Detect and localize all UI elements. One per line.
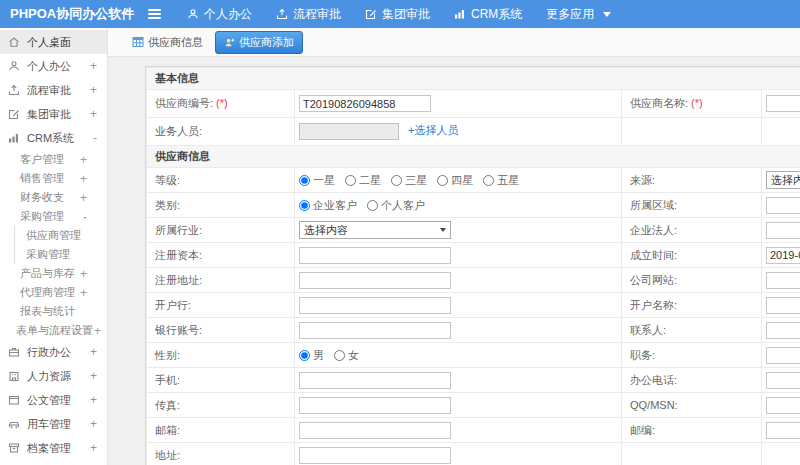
office-phone-input[interactable] [766, 372, 800, 389]
sidebar-item-workflow-approval[interactable]: 流程审批 + [0, 78, 107, 102]
supplier-name-input[interactable] [766, 95, 800, 112]
expander[interactable]: + [90, 441, 97, 455]
tab-supplier-add[interactable]: 供应商添加 [215, 31, 303, 54]
radio-input[interactable] [437, 175, 448, 186]
email-input[interactable] [299, 422, 451, 439]
expander[interactable]: + [94, 324, 101, 338]
tab-bar: 供应商信息 供应商添加 [108, 28, 800, 57]
sidebar-item-group-approval[interactable]: 集团审批 + [0, 102, 107, 126]
expander[interactable]: + [90, 369, 97, 383]
level-option[interactable]: 一星 [299, 173, 335, 188]
radio-input[interactable] [391, 175, 402, 186]
nav-workflow-approval[interactable]: 流程审批 [276, 6, 341, 23]
reg-address-input[interactable] [299, 272, 451, 289]
position-input[interactable] [766, 347, 800, 364]
category-option[interactable]: 个人客户 [367, 198, 425, 213]
row-sales-person: 业务人员: +选择人员 [147, 118, 800, 146]
sidebar-item-customer-mgmt[interactable]: 客户管理 + [0, 150, 107, 169]
radio-input[interactable] [299, 200, 310, 211]
expander[interactable]: + [80, 153, 87, 167]
account-name-input[interactable] [766, 297, 800, 314]
section-basic-info: 基本信息 [147, 68, 800, 90]
zip-input[interactable] [766, 422, 800, 439]
radio-input[interactable] [345, 175, 356, 186]
expander[interactable]: + [80, 286, 87, 300]
level-option[interactable]: 三星 [391, 173, 427, 188]
choose-person-link[interactable]: +选择人员 [408, 124, 458, 136]
sidebar-item-reports[interactable]: 报表与统计 [0, 302, 107, 321]
sidebar-item-form-flow-settings[interactable]: 表单与流程设置 + [0, 321, 107, 340]
nav-crm-system[interactable]: CRM系统 [454, 6, 522, 23]
category-option[interactable]: 企业客户 [299, 198, 357, 213]
fax-input[interactable] [299, 397, 451, 414]
sidebar-item-finance[interactable]: 财务收支 + [0, 188, 107, 207]
level-option[interactable]: 五星 [483, 173, 519, 188]
founded-date-input[interactable] [766, 247, 800, 264]
level-option[interactable]: 二星 [345, 173, 381, 188]
nav-group-approval[interactable]: 集团审批 [365, 6, 430, 23]
address-input[interactable] [299, 447, 451, 464]
industry-select[interactable]: 选择内容 [299, 221, 451, 239]
nav-label: CRM系统 [471, 6, 522, 23]
sidebar-item-purchasing[interactable]: 采购管理 [14, 245, 107, 264]
website-input[interactable] [766, 272, 800, 289]
gender-option[interactable]: 女 [334, 348, 359, 363]
home-icon [8, 36, 20, 48]
radio-input[interactable] [367, 200, 378, 211]
nav-personal-office[interactable]: 个人办公 [187, 6, 252, 23]
radio-input[interactable] [334, 350, 345, 361]
expander[interactable]: + [90, 83, 97, 97]
field-label: 性别: [155, 349, 180, 361]
radio-input[interactable] [299, 175, 310, 186]
sidebar-item-vehicle-mgmt[interactable]: 用车管理 + [0, 412, 107, 436]
tab-supplier-info[interactable]: 供应商信息 [132, 35, 203, 50]
radio-input[interactable] [483, 175, 494, 186]
field-label: 办公电话: [630, 374, 677, 386]
hamburger-icon[interactable] [146, 5, 163, 23]
source-select[interactable]: 选择内容 [766, 171, 800, 189]
nav-more-apps[interactable]: 更多应用 [546, 6, 611, 23]
level-option[interactable]: 四星 [437, 173, 473, 188]
row-industry-legal: 所属行业: 选择内容 企业法人: [147, 218, 800, 243]
expander[interactable]: + [90, 393, 97, 407]
contact-input[interactable] [766, 322, 800, 339]
gender-option[interactable]: 男 [299, 348, 324, 363]
reg-capital-input[interactable] [299, 247, 451, 264]
field-label: 业务人员: [155, 125, 202, 137]
sidebar-item-human-resources[interactable]: 人力资源 + [0, 364, 107, 388]
expander[interactable]: + [90, 417, 97, 431]
collapser[interactable]: - [83, 210, 87, 224]
sidebar-item-purchase-mgmt[interactable]: 采购管理 - [0, 207, 107, 226]
bank-input[interactable] [299, 297, 451, 314]
sidebar-item-crm-system[interactable]: CRM系统 - [0, 126, 107, 150]
sidebar-item-supplier-mgmt[interactable]: 供应商管理 [14, 226, 107, 245]
sidebar-item-archive-mgmt[interactable]: 档案管理 + [0, 436, 107, 460]
expander[interactable]: + [90, 59, 97, 73]
legal-person-input[interactable] [766, 222, 800, 239]
expander[interactable]: + [90, 107, 97, 121]
supplier-no-input[interactable] [299, 95, 431, 112]
mobile-input[interactable] [299, 372, 451, 389]
sidebar-item-personal-office[interactable]: 个人办公 + [0, 54, 107, 78]
sidebar-item-admin-office[interactable]: 行政办公 + [0, 340, 107, 364]
expander[interactable]: + [80, 191, 87, 205]
collapser[interactable]: - [93, 131, 97, 145]
field-label: 等级: [155, 174, 180, 186]
bank-account-input[interactable] [299, 322, 451, 339]
qq-input[interactable] [766, 397, 800, 414]
expander[interactable]: + [90, 345, 97, 359]
radio-input[interactable] [299, 350, 310, 361]
sidebar-item-personal-desktop[interactable]: 个人桌面 [0, 30, 107, 54]
field-label: 供应商名称: [630, 97, 688, 109]
expander[interactable]: + [80, 267, 87, 281]
sidebar-item-product-stock[interactable]: 产品与库存 + [0, 264, 107, 283]
upload-icon [8, 84, 20, 96]
sidebar-item-agent-mgmt[interactable]: 代理商管理 + [0, 283, 107, 302]
sales-person-input[interactable] [299, 123, 399, 140]
field-label: 职务: [630, 349, 655, 361]
sidebar-item-sales-mgmt[interactable]: 销售管理 + [0, 169, 107, 188]
sidebar: 个人桌面 个人办公 + 流程审批 + 集团审批 + CRM系统 - 客户管理 +… [0, 28, 108, 465]
region-input[interactable] [766, 197, 800, 214]
expander[interactable]: + [80, 172, 87, 186]
sidebar-item-document-mgmt[interactable]: 公文管理 + [0, 388, 107, 412]
